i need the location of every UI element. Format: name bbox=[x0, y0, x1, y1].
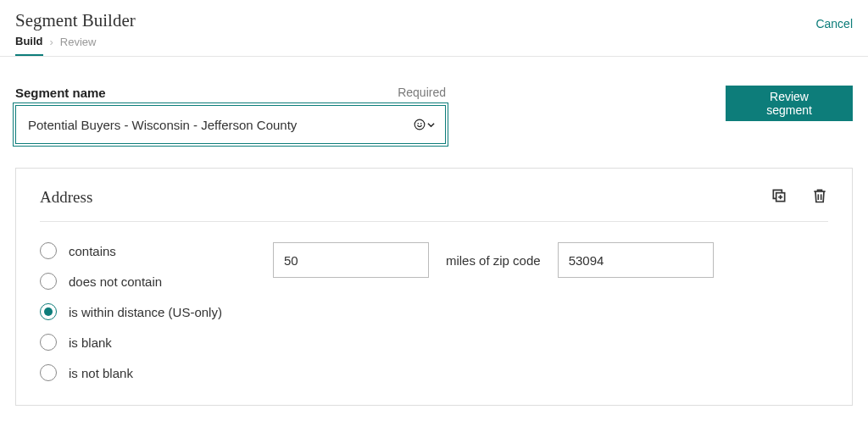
radio-does-not-contain[interactable]: does not contain bbox=[40, 273, 222, 290]
radio-contains[interactable]: contains bbox=[40, 242, 222, 259]
svg-point-2 bbox=[420, 123, 422, 125]
main-content: Segment name Required Review segment Add… bbox=[0, 57, 868, 406]
radio-icon bbox=[40, 242, 57, 259]
segment-name-input-wrap[interactable] bbox=[15, 105, 446, 144]
condition-radio-group: contains does not contain is within dist… bbox=[40, 242, 222, 381]
chevron-right-icon: › bbox=[50, 36, 53, 55]
miles-of-zip-label: miles of zip code bbox=[446, 253, 541, 268]
radio-within-distance[interactable]: is within distance (US-only) bbox=[40, 303, 222, 320]
radio-label: is not blank bbox=[69, 366, 133, 380]
page-title: Segment Builder bbox=[15, 10, 136, 31]
svg-point-1 bbox=[417, 123, 419, 125]
zip-input[interactable] bbox=[558, 242, 714, 278]
distance-inputs: miles of zip code bbox=[273, 242, 714, 278]
radio-icon bbox=[40, 364, 57, 381]
segment-name-input[interactable] bbox=[28, 118, 408, 132]
segment-name-label: Segment name bbox=[15, 86, 106, 100]
card-actions bbox=[771, 187, 828, 208]
breadcrumb-build[interactable]: Build bbox=[15, 35, 43, 56]
page-header: Segment Builder Build › Review Cancel bbox=[0, 0, 868, 57]
cancel-link[interactable]: Cancel bbox=[815, 10, 853, 30]
trash-icon[interactable] bbox=[811, 187, 828, 208]
duplicate-icon[interactable] bbox=[771, 187, 787, 208]
top-row: Segment name Required Review segment bbox=[15, 86, 853, 144]
address-filter-card: Address bbox=[15, 168, 853, 406]
chevron-down-icon bbox=[427, 121, 435, 129]
radio-icon bbox=[40, 273, 57, 290]
miles-input[interactable] bbox=[273, 242, 429, 278]
radio-is-blank[interactable]: is blank bbox=[40, 334, 222, 351]
segment-name-required: Required bbox=[398, 86, 446, 100]
header-left: Segment Builder Build › Review bbox=[15, 10, 136, 56]
radio-icon bbox=[40, 303, 57, 320]
segment-name-field: Segment name Required bbox=[15, 86, 446, 144]
radio-label: is within distance (US-only) bbox=[69, 305, 222, 319]
card-title: Address bbox=[40, 188, 92, 207]
radio-label: is blank bbox=[69, 335, 112, 350]
segment-name-label-row: Segment name Required bbox=[15, 86, 446, 100]
emoji-picker-icon[interactable] bbox=[414, 119, 435, 130]
radio-is-not-blank[interactable]: is not blank bbox=[40, 364, 222, 381]
card-header: Address bbox=[40, 187, 828, 222]
breadcrumb: Build › Review bbox=[15, 35, 136, 56]
card-body: contains does not contain is within dist… bbox=[40, 242, 828, 381]
svg-point-0 bbox=[415, 119, 425, 130]
radio-icon bbox=[40, 334, 57, 351]
radio-label: does not contain bbox=[69, 274, 162, 289]
review-segment-button[interactable]: Review segment bbox=[726, 86, 853, 121]
breadcrumb-review[interactable]: Review bbox=[60, 36, 97, 55]
radio-label: contains bbox=[69, 244, 116, 258]
